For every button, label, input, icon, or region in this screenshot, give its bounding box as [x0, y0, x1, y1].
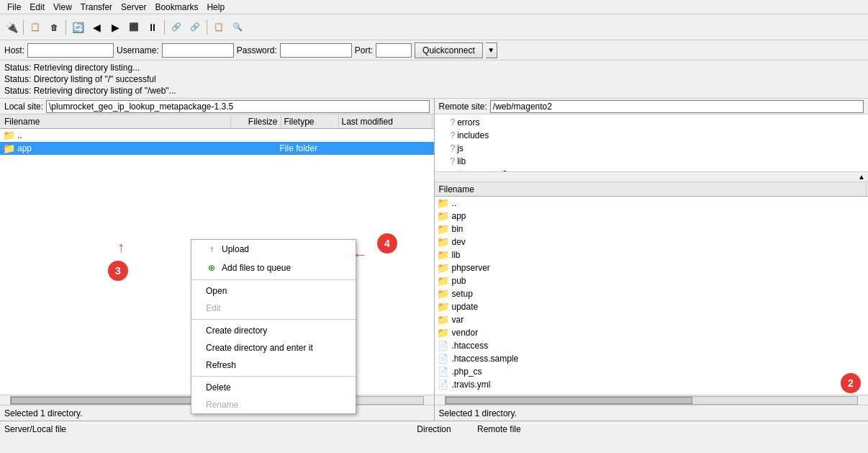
list-item[interactable]: 📁 setup: [435, 287, 869, 300]
menu-view[interactable]: View: [49, 1, 76, 14]
bottom-server-local: Server/Local file: [4, 424, 391, 434]
toolbar-refresh[interactable]: 🔄: [69, 19, 86, 36]
context-menu-refresh[interactable]: Refresh: [191, 356, 356, 374]
remote-tree[interactable]: ? errors ? includes ? js ? lib ▶ 📁 magen…: [435, 115, 869, 172]
list-item[interactable]: 📁 bin: [435, 223, 869, 236]
list-item[interactable]: 📁 lib: [435, 248, 869, 261]
file-name: pub: [452, 276, 866, 286]
list-item[interactable]: 📁 dev: [435, 236, 869, 248]
toolbar-filter[interactable]: 🔍: [229, 19, 246, 36]
menu-edit[interactable]: Edit: [25, 1, 49, 14]
context-menu-add-queue[interactable]: ⊕ Add files to queue: [191, 259, 356, 277]
tree-item[interactable]: ? errors: [436, 116, 867, 129]
list-item[interactable]: 📁 pub: [435, 274, 869, 287]
password-input[interactable]: [280, 43, 352, 58]
toolbar-btn2[interactable]: 🗑: [45, 19, 63, 36]
tree-label: js: [457, 143, 464, 153]
list-item[interactable]: 📁 ..: [0, 129, 434, 142]
list-item[interactable]: 📁 phpserver: [435, 261, 869, 274]
toolbar-pause[interactable]: ⏸: [144, 19, 161, 36]
username-input[interactable]: [162, 43, 234, 58]
list-item[interactable]: 📁 vendor: [435, 326, 869, 339]
question-icon: ?: [451, 117, 456, 127]
menu-bookmarks[interactable]: Bookmarks: [150, 1, 202, 14]
toolbar-sep2: [65, 20, 66, 35]
list-item[interactable]: 📁 ..: [435, 197, 869, 210]
context-menu-create-enter[interactable]: Create directory and enter it: [191, 339, 356, 356]
port-input[interactable]: [376, 43, 412, 58]
toolbar-stop[interactable]: ⬛: [125, 19, 143, 36]
host-input[interactable]: [27, 43, 114, 58]
quickconnect-button[interactable]: Quickconnect: [415, 42, 483, 58]
toolbar-back[interactable]: ◀: [88, 19, 105, 36]
local-path-input[interactable]: [46, 100, 429, 113]
status-line3: Status: Retrieving directory listing of …: [4, 85, 864, 97]
list-item[interactable]: 📄 .travis.yml: [435, 378, 869, 391]
file-name: phpserver: [452, 263, 866, 273]
status-text3: Retrieving directory listing of "/web"..…: [34, 86, 176, 96]
question-icon: ?: [451, 130, 456, 140]
menu-file[interactable]: File: [3, 1, 25, 14]
toolbar-forward[interactable]: ▶: [107, 19, 124, 36]
collapse-icon[interactable]: ▲: [858, 173, 865, 181]
status-area: Status: Retrieving directory listing... …: [0, 60, 868, 99]
menu-server[interactable]: Server: [117, 1, 150, 14]
list-item[interactable]: 📄 .php_cs: [435, 365, 869, 378]
toolbar-queue[interactable]: 📋: [210, 19, 227, 36]
file-name: lib: [452, 250, 866, 260]
toolbar-connect[interactable]: 🔗: [168, 19, 185, 36]
list-item[interactable]: 📁 app: [435, 210, 869, 223]
context-menu: ↑ Upload ⊕ Add files to queue Open Edit …: [191, 239, 356, 414]
status-label3: Status:: [4, 86, 31, 96]
quickconnect-dropdown[interactable]: ▼: [486, 42, 497, 58]
remote-file-list[interactable]: 📁 .. 📁 app 📁 bin 📁 dev 📁 lib 📁 phpse: [435, 197, 869, 395]
remote-panel: Remote site: ? errors ? includes ? js ? …: [435, 99, 869, 421]
remote-scrollbar-thumb[interactable]: [446, 397, 693, 404]
bottom-direction: Direction: [391, 424, 477, 434]
file-name: ..: [17, 130, 431, 140]
context-menu-delete[interactable]: Delete: [191, 379, 356, 396]
list-item[interactable]: 📄 .htaccess: [435, 339, 869, 352]
context-menu-open[interactable]: Open: [191, 282, 356, 300]
local-panel-header: Local site:: [0, 99, 434, 115]
list-item[interactable]: 📁 update: [435, 300, 869, 313]
remote-scrollbar[interactable]: [435, 395, 869, 405]
col-header-filesize[interactable]: Filesize: [231, 115, 281, 128]
tree-item[interactable]: ? lib: [436, 155, 867, 168]
file-type: File folder: [280, 143, 338, 153]
status-label2: Status:: [4, 74, 31, 84]
list-item[interactable]: 📄 .htaccess.sample: [435, 352, 869, 365]
file-name: ..: [452, 198, 866, 208]
tree-item[interactable]: ? js: [436, 142, 867, 155]
context-menu-add-queue-label: Add files to queue: [222, 263, 291, 273]
menu-transfer[interactable]: Transfer: [76, 1, 117, 14]
remote-site-label: Remote site:: [439, 102, 487, 112]
menu-help[interactable]: Help: [202, 1, 229, 14]
list-item[interactable]: 📁 var: [435, 313, 869, 326]
question-icon: ?: [451, 143, 456, 153]
folder-icon: 📁: [3, 143, 14, 154]
tree-item[interactable]: ? includes: [436, 129, 867, 142]
col-header-modified[interactable]: Last modified: [339, 115, 433, 128]
local-panel: Local site: Filename Filesize Filetype L…: [0, 99, 435, 421]
context-menu-create-dir[interactable]: Create directory: [191, 322, 356, 339]
context-menu-upload[interactable]: ↑ Upload: [191, 240, 356, 259]
question-icon: ?: [451, 156, 456, 166]
col-header-filename[interactable]: Filename: [1, 115, 231, 128]
remote-path-input[interactable]: [490, 100, 864, 113]
context-menu-delete-label: Delete: [206, 382, 231, 393]
file-name: setup: [452, 289, 866, 299]
toolbar-btn1[interactable]: 📋: [27, 19, 44, 36]
list-item[interactable]: 📁 app File folder: [0, 142, 434, 155]
col-header-filetype[interactable]: Filetype: [281, 115, 339, 128]
toolbar-sep3: [164, 20, 165, 35]
toolbar-disconnect[interactable]: 🔗: [186, 19, 204, 36]
file-name: .travis.yml: [452, 380, 866, 390]
folder-icon: 📁: [438, 275, 449, 287]
toolbar-new-connection[interactable]: 🔌: [3, 19, 20, 36]
context-menu-create-enter-label: Create directory and enter it: [206, 343, 313, 353]
context-menu-sep2: [191, 319, 356, 320]
remote-col-header-filename[interactable]: Filename: [436, 183, 867, 196]
context-menu-sep1: [191, 279, 356, 280]
folder-icon: 📁: [438, 210, 449, 222]
